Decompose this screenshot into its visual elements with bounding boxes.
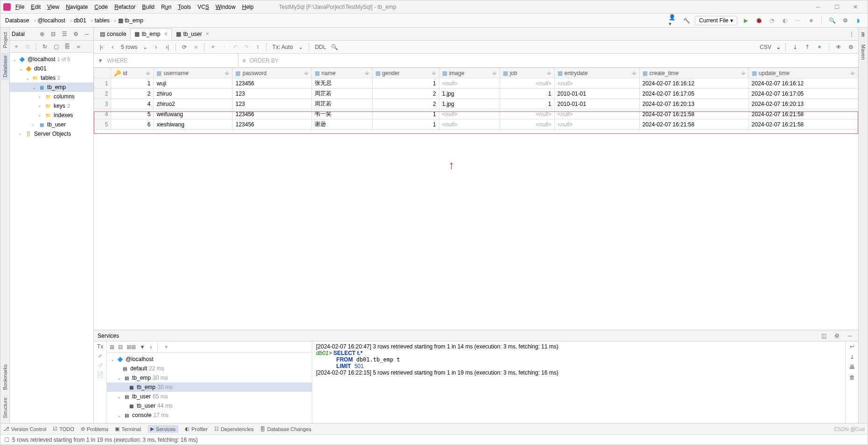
add-icon[interactable]: ⊕ — [37, 29, 47, 39]
table-cell[interactable]: <null> — [554, 78, 639, 89]
run-config-select[interactable]: Current File ▾ — [695, 16, 737, 25]
table-cell[interactable]: <null> — [439, 109, 500, 119]
stree-console[interactable]: ⌄▤console17 ms — [107, 410, 312, 420]
close-icon[interactable]: ✕ — [205, 31, 209, 36]
table-cell[interactable]: 1 — [500, 89, 554, 99]
table-cell[interactable]: 1 — [372, 78, 439, 89]
tx-icon[interactable]: Tx — [97, 343, 103, 350]
crumb-table[interactable]: ▦ tb_emp — [118, 17, 143, 24]
crumb-tables[interactable]: tables — [95, 17, 110, 24]
filter-icon[interactable]: ▼ — [140, 344, 145, 350]
services-console[interactable]: [2024-02-07 16:20:47] 3 rows retrieved s… — [312, 341, 845, 423]
grid-icon[interactable]: ⊞⊞ — [127, 344, 136, 350]
table-cell[interactable]: 2024-02-07 16:20:13 — [639, 99, 748, 109]
stree-tb-user[interactable]: ⌄▤tb_user65 ms — [107, 392, 312, 401]
table-cell[interactable]: 123456 — [233, 119, 311, 130]
export-icon[interactable]: ⤓ — [790, 42, 800, 52]
table-cell[interactable]: 2024-02-07 16:21:58 — [639, 109, 748, 119]
col-job[interactable]: ▦job≑ — [500, 68, 554, 78]
menu-navigate[interactable]: Navigate — [66, 4, 88, 10]
menu-run[interactable]: Run — [161, 4, 171, 10]
table-cell[interactable]: xieshiwang — [154, 119, 233, 130]
rows-label[interactable]: 5 rows — [119, 44, 139, 50]
menu-vcs[interactable]: VCS — [198, 4, 209, 10]
ddl-button[interactable]: DDL — [313, 44, 328, 50]
table-cell[interactable]: weifuwang — [154, 109, 233, 119]
table-cell[interactable]: 2024-02-07 16:21:58 — [639, 119, 748, 130]
reload-icon[interactable]: ⟳ — [180, 42, 189, 52]
orderby-filter[interactable]: ≡ORDER BY — [239, 54, 282, 67]
project-icon[interactable]: ◗ — [854, 16, 863, 25]
settings-icon[interactable]: ⚙ — [840, 16, 850, 25]
col-password[interactable]: ▦password≑ — [233, 68, 311, 78]
table-cell[interactable]: 1 — [94, 78, 111, 89]
table-cell[interactable]: <null> — [439, 119, 500, 130]
scroll-icon[interactable]: ⤓ — [850, 354, 854, 360]
table-cell[interactable]: 1 — [372, 119, 439, 130]
menu-code[interactable]: Code — [94, 4, 108, 10]
wrap-icon[interactable]: ↩ — [850, 343, 854, 350]
menu-file[interactable]: File — [15, 4, 24, 10]
remove-row-icon[interactable]: － — [219, 42, 229, 52]
tree-server-objects[interactable]: ›🗄Server Objects — [10, 129, 93, 139]
chevron-down-icon[interactable]: ⌄ — [141, 44, 149, 50]
script-icon[interactable]: 📄 — [97, 371, 104, 378]
gear-icon[interactable]: ⚙ — [832, 331, 841, 341]
run-icon[interactable]: ▶ — [741, 16, 750, 25]
table-cell[interactable]: 2010-01-01 — [554, 99, 639, 109]
stree-tb-emp-result[interactable]: ▦tb_emp30 ms — [107, 382, 312, 392]
collapse2-icon[interactable]: ⊟ — [118, 344, 123, 350]
profile-icon[interactable]: ◐ — [780, 16, 790, 25]
table-cell[interactable]: zhiruo — [154, 89, 233, 99]
submit-icon[interactable]: ⬆ — [253, 42, 262, 52]
tab-tb-user[interactable]: ▦tb_user✕ — [172, 28, 213, 40]
menu-view[interactable]: View — [47, 4, 59, 10]
tree-indexes[interactable]: ›📁indexes — [10, 111, 93, 120]
stree-tb-emp[interactable]: ⌄▤tb_emp30 ms — [107, 373, 312, 382]
table-cell[interactable]: 2024-02-07 16:16:12 — [639, 78, 748, 89]
tree-tb-user[interactable]: ›▦tb_user — [10, 120, 93, 129]
crumb-database[interactable]: Database — [5, 17, 29, 24]
table-cell[interactable]: 4 — [94, 109, 111, 119]
bottom-version-control[interactable]: ⎇ Version Control — [3, 426, 46, 432]
menu-help[interactable]: Help — [242, 4, 254, 10]
table-row[interactable]: 11wuji123456张无忌1<null><null><null>2024-0… — [94, 78, 858, 89]
stripe-maven[interactable]: Maven — [860, 42, 867, 63]
stripe-maven-icon[interactable]: m — [860, 29, 867, 40]
col-username[interactable]: ▦username≑ — [154, 68, 233, 78]
hide-icon[interactable]: ─ — [82, 29, 92, 39]
table-cell[interactable]: 2024-02-07 16:17:05 — [748, 89, 858, 99]
expand-icon[interactable]: ⊞ — [110, 344, 114, 350]
table-cell[interactable]: 123456 — [233, 109, 311, 119]
stripe-database[interactable]: Database — [1, 53, 9, 80]
table-cell[interactable]: 1 — [500, 99, 554, 109]
debug-icon[interactable]: 🐞 — [754, 16, 763, 25]
new-icon[interactable]: ＋ — [12, 42, 21, 51]
table-cell[interactable]: 2 — [94, 89, 111, 99]
table-cell[interactable]: 6 — [111, 119, 154, 130]
table-cell[interactable]: 2 — [372, 89, 439, 99]
table-row[interactable]: 45weifuwang123456韦一笑1<null><null><null>2… — [94, 109, 858, 119]
table-cell[interactable]: <null> — [554, 109, 639, 119]
menu-refactor[interactable]: Refactor — [114, 4, 135, 10]
menu-tools[interactable]: Tools — [178, 4, 191, 10]
prev-page-icon[interactable]: ‹ — [108, 42, 117, 52]
menu-build[interactable]: Build — [142, 4, 155, 10]
tree-columns[interactable]: ›📁columns — [10, 92, 93, 101]
tree-tb-emp[interactable]: ⌄▦tb_emp — [10, 83, 93, 92]
table-row[interactable]: 34zhiruo2123周芷若21.jpg12010-01-012024-02-… — [94, 99, 858, 109]
stree-default[interactable]: ▤default22 ms — [107, 364, 312, 373]
crumb-host[interactable]: @localhost — [37, 17, 65, 24]
maximize-button[interactable]: ☐ — [827, 1, 846, 13]
bottom-terminal[interactable]: ▣ Terminal — [115, 426, 141, 432]
tree-schema[interactable]: ⌄🔶db01 — [10, 64, 93, 73]
editor-more-icon[interactable]: ⋮ — [845, 31, 858, 37]
check-icon[interactable]: ✓ — [98, 353, 103, 359]
tree-tables[interactable]: ⌄📁tables2 — [10, 73, 93, 83]
bottom-todo[interactable]: ☑ TODO — [53, 426, 74, 432]
table-cell[interactable]: <null> — [439, 78, 500, 89]
revert-icon[interactable]: ↶ — [231, 42, 240, 52]
stripe-structure[interactable]: Structure — [1, 395, 9, 421]
close-icon[interactable]: ✕ — [164, 31, 168, 36]
trash-icon[interactable]: 🗑 — [849, 374, 855, 381]
